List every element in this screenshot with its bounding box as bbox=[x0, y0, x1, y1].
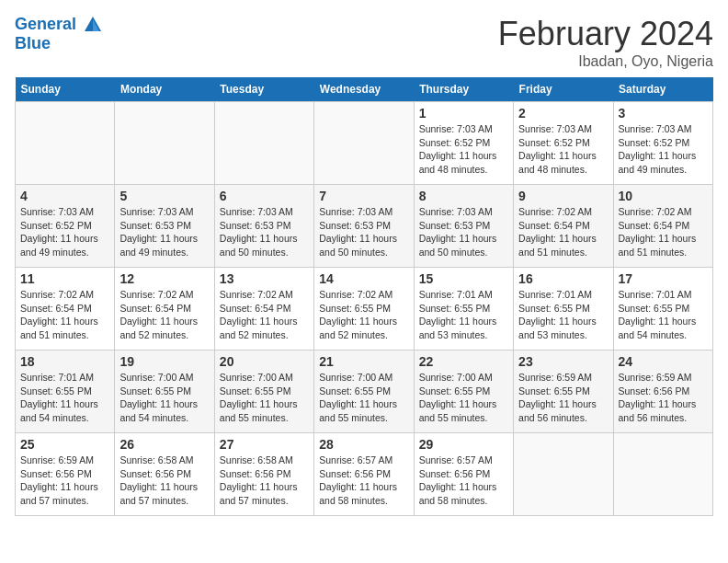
calendar-cell: 24Sunrise: 6:59 AM Sunset: 6:56 PM Dayli… bbox=[613, 350, 712, 433]
cell-info: Sunrise: 7:01 AM Sunset: 6:55 PM Dayligh… bbox=[419, 288, 508, 342]
calendar-cell: 15Sunrise: 7:01 AM Sunset: 6:55 PM Dayli… bbox=[414, 268, 513, 350]
calendar-cell: 29Sunrise: 6:57 AM Sunset: 6:56 PM Dayli… bbox=[414, 433, 513, 516]
cell-info: Sunrise: 7:02 AM Sunset: 6:55 PM Dayligh… bbox=[319, 288, 408, 342]
calendar-cell: 26Sunrise: 6:58 AM Sunset: 6:56 PM Dayli… bbox=[115, 433, 214, 516]
week-row-5: 25Sunrise: 6:59 AM Sunset: 6:56 PM Dayli… bbox=[16, 433, 713, 516]
day-header-monday: Monday bbox=[115, 77, 214, 102]
day-header-saturday: Saturday bbox=[613, 77, 712, 102]
day-header-sunday: Sunday bbox=[16, 77, 115, 102]
cell-day-number: 21 bbox=[319, 354, 408, 369]
cell-day-number: 14 bbox=[319, 271, 408, 286]
cell-info: Sunrise: 7:03 AM Sunset: 6:53 PM Dayligh… bbox=[419, 205, 508, 259]
day-header-tuesday: Tuesday bbox=[214, 77, 313, 102]
cell-info: Sunrise: 6:58 AM Sunset: 6:56 PM Dayligh… bbox=[220, 454, 309, 508]
cell-day-number: 12 bbox=[119, 271, 209, 286]
calendar-cell: 9Sunrise: 7:02 AM Sunset: 6:54 PM Daylig… bbox=[514, 185, 613, 268]
logo-blue-text: Blue bbox=[15, 35, 103, 53]
week-row-2: 4Sunrise: 7:03 AM Sunset: 6:52 PM Daylig… bbox=[16, 185, 713, 268]
cell-day-number: 6 bbox=[220, 189, 309, 203]
cell-info: Sunrise: 7:01 AM Sunset: 6:55 PM Dayligh… bbox=[619, 288, 708, 342]
cell-day-number: 28 bbox=[319, 437, 408, 452]
calendar-cell: 5Sunrise: 7:03 AM Sunset: 6:53 PM Daylig… bbox=[115, 185, 214, 268]
calendar-cell bbox=[514, 433, 613, 516]
cell-info: Sunrise: 7:02 AM Sunset: 6:54 PM Dayligh… bbox=[518, 205, 608, 259]
page-header: General Blue February 2024 Ibadan, Oyo, … bbox=[15, 15, 713, 70]
cell-info: Sunrise: 6:57 AM Sunset: 6:56 PM Dayligh… bbox=[319, 454, 408, 508]
cell-info: Sunrise: 7:02 AM Sunset: 6:54 PM Dayligh… bbox=[220, 288, 309, 342]
cell-day-number: 19 bbox=[119, 354, 209, 369]
calendar-cell: 22Sunrise: 7:00 AM Sunset: 6:55 PM Dayli… bbox=[414, 350, 513, 433]
cell-info: Sunrise: 6:59 AM Sunset: 6:56 PM Dayligh… bbox=[20, 454, 109, 508]
calendar-cell bbox=[214, 102, 313, 185]
cell-day-number: 13 bbox=[220, 271, 309, 286]
calendar-title: February 2024 bbox=[498, 15, 713, 53]
cell-day-number: 10 bbox=[619, 189, 708, 203]
cell-info: Sunrise: 6:59 AM Sunset: 6:55 PM Dayligh… bbox=[518, 371, 608, 425]
cell-info: Sunrise: 7:03 AM Sunset: 6:52 PM Dayligh… bbox=[20, 205, 109, 259]
cell-day-number: 8 bbox=[419, 189, 508, 203]
calendar-cell bbox=[613, 433, 712, 516]
cell-day-number: 24 bbox=[619, 354, 708, 369]
cell-day-number: 1 bbox=[419, 106, 508, 121]
title-block: February 2024 Ibadan, Oyo, Nigeria bbox=[498, 15, 713, 70]
cell-info: Sunrise: 6:57 AM Sunset: 6:56 PM Dayligh… bbox=[419, 454, 508, 508]
logo-icon bbox=[83, 15, 103, 35]
calendar-cell: 23Sunrise: 6:59 AM Sunset: 6:55 PM Dayli… bbox=[514, 350, 613, 433]
cell-day-number: 16 bbox=[518, 271, 608, 286]
cell-day-number: 22 bbox=[419, 354, 508, 369]
cell-day-number: 23 bbox=[518, 354, 608, 369]
cell-info: Sunrise: 7:00 AM Sunset: 6:55 PM Dayligh… bbox=[319, 371, 408, 425]
calendar-cell: 13Sunrise: 7:02 AM Sunset: 6:54 PM Dayli… bbox=[214, 268, 313, 350]
calendar-cell: 17Sunrise: 7:01 AM Sunset: 6:55 PM Dayli… bbox=[613, 268, 712, 350]
day-header-thursday: Thursday bbox=[414, 77, 513, 102]
cell-info: Sunrise: 7:00 AM Sunset: 6:55 PM Dayligh… bbox=[220, 371, 309, 425]
calendar-cell: 2Sunrise: 7:03 AM Sunset: 6:52 PM Daylig… bbox=[514, 102, 613, 185]
calendar-cell: 10Sunrise: 7:02 AM Sunset: 6:54 PM Dayli… bbox=[613, 185, 712, 268]
cell-info: Sunrise: 7:01 AM Sunset: 6:55 PM Dayligh… bbox=[518, 288, 608, 342]
cell-day-number: 3 bbox=[619, 106, 708, 121]
cell-info: Sunrise: 7:03 AM Sunset: 6:53 PM Dayligh… bbox=[220, 205, 309, 259]
cell-day-number: 7 bbox=[319, 189, 408, 203]
calendar-subtitle: Ibadan, Oyo, Nigeria bbox=[498, 53, 713, 70]
cell-info: Sunrise: 7:02 AM Sunset: 6:54 PM Dayligh… bbox=[20, 288, 109, 342]
cell-info: Sunrise: 7:00 AM Sunset: 6:55 PM Dayligh… bbox=[419, 371, 508, 425]
cell-info: Sunrise: 7:00 AM Sunset: 6:55 PM Dayligh… bbox=[119, 371, 209, 425]
calendar-cell: 19Sunrise: 7:00 AM Sunset: 6:55 PM Dayli… bbox=[115, 350, 214, 433]
day-header-row: SundayMondayTuesdayWednesdayThursdayFrid… bbox=[16, 77, 713, 102]
calendar-cell: 20Sunrise: 7:00 AM Sunset: 6:55 PM Dayli… bbox=[214, 350, 313, 433]
calendar-cell: 12Sunrise: 7:02 AM Sunset: 6:54 PM Dayli… bbox=[115, 268, 214, 350]
calendar-cell: 6Sunrise: 7:03 AM Sunset: 6:53 PM Daylig… bbox=[214, 185, 313, 268]
cell-info: Sunrise: 7:03 AM Sunset: 6:52 PM Dayligh… bbox=[419, 122, 508, 177]
cell-day-number: 29 bbox=[419, 437, 508, 452]
cell-day-number: 27 bbox=[220, 437, 309, 452]
cell-day-number: 25 bbox=[20, 437, 109, 452]
cell-info: Sunrise: 6:58 AM Sunset: 6:56 PM Dayligh… bbox=[119, 454, 209, 508]
calendar-cell: 25Sunrise: 6:59 AM Sunset: 6:56 PM Dayli… bbox=[16, 433, 115, 516]
cell-day-number: 2 bbox=[518, 106, 608, 121]
logo: General Blue bbox=[15, 15, 103, 53]
cell-day-number: 20 bbox=[220, 354, 309, 369]
calendar-cell: 1Sunrise: 7:03 AM Sunset: 6:52 PM Daylig… bbox=[414, 102, 513, 185]
calendar-cell: 21Sunrise: 7:00 AM Sunset: 6:55 PM Dayli… bbox=[314, 350, 414, 433]
calendar-cell bbox=[314, 102, 414, 185]
calendar-cell bbox=[16, 102, 115, 185]
calendar-cell: 7Sunrise: 7:03 AM Sunset: 6:53 PM Daylig… bbox=[314, 185, 414, 268]
cell-day-number: 26 bbox=[119, 437, 209, 452]
day-header-friday: Friday bbox=[514, 77, 613, 102]
week-row-4: 18Sunrise: 7:01 AM Sunset: 6:55 PM Dayli… bbox=[16, 350, 713, 433]
calendar-cell: 18Sunrise: 7:01 AM Sunset: 6:55 PM Dayli… bbox=[16, 350, 115, 433]
calendar-cell: 16Sunrise: 7:01 AM Sunset: 6:55 PM Dayli… bbox=[514, 268, 613, 350]
calendar-cell: 3Sunrise: 7:03 AM Sunset: 6:52 PM Daylig… bbox=[613, 102, 712, 185]
cell-info: Sunrise: 7:01 AM Sunset: 6:55 PM Dayligh… bbox=[20, 371, 109, 425]
cell-info: Sunrise: 7:02 AM Sunset: 6:54 PM Dayligh… bbox=[619, 205, 708, 259]
calendar-cell: 28Sunrise: 6:57 AM Sunset: 6:56 PM Dayli… bbox=[314, 433, 414, 516]
calendar-table: SundayMondayTuesdayWednesdayThursdayFrid… bbox=[15, 77, 713, 516]
cell-day-number: 5 bbox=[119, 189, 209, 203]
cell-info: Sunrise: 7:03 AM Sunset: 6:53 PM Dayligh… bbox=[319, 205, 408, 259]
week-row-3: 11Sunrise: 7:02 AM Sunset: 6:54 PM Dayli… bbox=[16, 268, 713, 350]
calendar-cell: 11Sunrise: 7:02 AM Sunset: 6:54 PM Dayli… bbox=[16, 268, 115, 350]
logo-text: General bbox=[15, 15, 103, 35]
cell-day-number: 15 bbox=[419, 271, 508, 286]
cell-day-number: 11 bbox=[20, 271, 109, 286]
calendar-cell: 8Sunrise: 7:03 AM Sunset: 6:53 PM Daylig… bbox=[414, 185, 513, 268]
